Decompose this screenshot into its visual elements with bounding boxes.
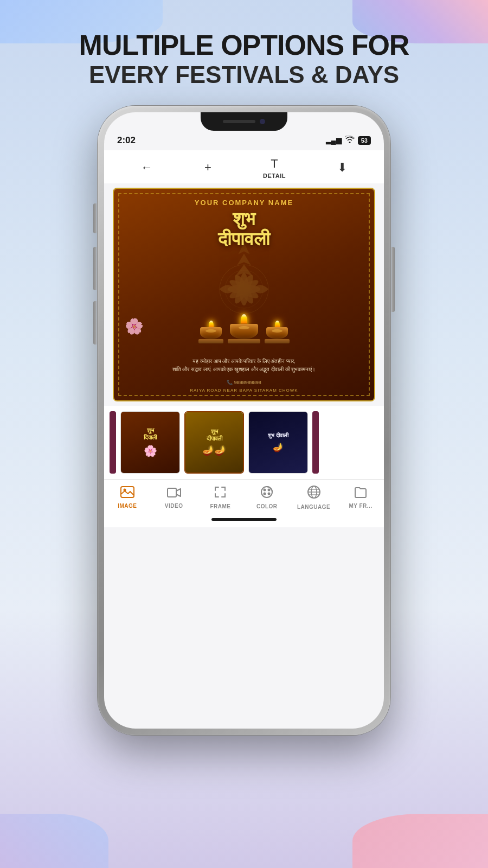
phone-wrapper: 2:02 ▂▄▆ 53 ←: [0, 106, 488, 735]
thumb-3-label: शुभ दीवाली: [268, 432, 288, 439]
lamp-base-center: [228, 339, 260, 343]
thumbnail-3[interactable]: शुभ दीवाली 🪔: [248, 411, 308, 474]
image-icon: [120, 486, 134, 501]
nav-item-language[interactable]: LANGUAGE: [297, 485, 330, 510]
svg-point-15: [264, 492, 266, 495]
phone-screen: 2:02 ▂▄▆ 53 ←: [104, 112, 384, 729]
lamp-body-left: [200, 327, 222, 339]
nav-item-video[interactable]: VIDEO: [158, 486, 190, 509]
wifi-icon: [345, 136, 355, 145]
color-label: COLOR: [256, 503, 278, 509]
header-line2: EVERY FESTIVALS & DAYS: [0, 61, 488, 90]
thumb-1-decoration: 🌸: [144, 444, 157, 457]
svg-point-14: [268, 488, 271, 491]
battery-indicator: 53: [358, 136, 371, 145]
home-indicator: [104, 512, 384, 527]
thumbnail-1[interactable]: शुभदिवाली 🌸: [120, 411, 180, 474]
video-label: VIDEO: [165, 503, 183, 509]
thumb-2-decoration: 🪔🪔: [202, 444, 226, 456]
phone-notch: [201, 112, 287, 131]
lamp-body-center: [230, 324, 258, 339]
phone-btn-vol-down: [93, 301, 97, 344]
strip-left-handle: [110, 411, 116, 474]
svg-point-16: [268, 492, 271, 495]
myfr-icon: [354, 486, 367, 501]
detail-label: DETAIL: [263, 173, 286, 179]
nav-item-frame[interactable]: FRAME: [204, 486, 236, 509]
lamp-body-right: [266, 327, 288, 339]
lamp-center: [228, 314, 260, 343]
bottom-navigation: IMAGE VIDEO: [104, 479, 384, 512]
bg-decoration-bottom-right: [352, 814, 488, 868]
phone-btn-vol-up: [93, 247, 97, 290]
myfr-label: MY FR...: [349, 503, 372, 509]
nav-item-color[interactable]: COLOR: [251, 486, 283, 509]
thumbnail-2[interactable]: शुभदीपावली 🪔🪔: [184, 411, 244, 474]
app-toolbar: ← + T DETAIL ⬇: [104, 150, 384, 183]
card-company-name: YOUR COMPANY NAME: [195, 199, 293, 207]
svg-point-13: [264, 488, 266, 491]
lamp-base-right: [265, 339, 290, 343]
card-address: RAIYA ROAD NEAR BAPA SITARAM CHOWK: [190, 388, 298, 393]
header-section: MULTIPLE OPTIONS FOR EVERY FESTIVALS & D…: [0, 0, 488, 106]
diwali-card: YOUR COMPANY NAME शुभ दीपावली 🌸: [114, 189, 374, 400]
language-icon: [307, 485, 321, 502]
back-button[interactable]: ←: [141, 161, 153, 175]
thumbnail-strip: शुभदिवाली 🌸 शुभदीपावली 🪔🪔 शुभ दीवाली: [104, 406, 384, 479]
notch-camera: [260, 119, 265, 124]
image-label: IMAGE: [118, 503, 137, 509]
thumb-1-label: शुभदिवाली: [144, 427, 157, 441]
language-label: LANGUAGE: [297, 504, 330, 510]
svg-rect-11: [168, 488, 176, 497]
add-icon: +: [204, 161, 211, 175]
status-icons: ▂▄▆ 53: [326, 136, 371, 145]
thumb-3-decoration: 🪔: [273, 442, 284, 452]
text-button[interactable]: T DETAIL: [263, 157, 286, 179]
thumb-2-label: शुभदीपावली: [207, 428, 222, 442]
flowers-decoration: 🌸: [125, 317, 144, 335]
card-phone-number: 📞 9898989898: [227, 380, 261, 385]
lamp-left: [198, 321, 223, 343]
thumb-bg-1: शुभदिवाली 🌸: [121, 412, 179, 473]
header-line1: MULTIPLE OPTIONS FOR: [0, 30, 488, 61]
frame-label: FRAME: [210, 503, 230, 509]
strip-right-handle: [312, 411, 319, 474]
download-button[interactable]: ⬇: [337, 161, 347, 175]
phone-icon: 📞: [227, 380, 234, 385]
status-time: 2:02: [117, 135, 136, 146]
bg-decoration-bottom-left: [0, 814, 108, 868]
notch-speaker: [223, 120, 255, 123]
back-icon: ←: [141, 161, 153, 175]
nav-item-myfr[interactable]: MY FR...: [344, 486, 377, 509]
add-button[interactable]: +: [204, 161, 211, 175]
phone-btn-power: [391, 247, 395, 312]
download-icon: ⬇: [337, 161, 347, 175]
lamp-base-left: [198, 339, 223, 343]
phone-btn-mute: [93, 203, 97, 233]
home-bar: [211, 518, 277, 521]
signal-icon: ▂▄▆: [326, 136, 342, 144]
color-icon: [260, 486, 273, 502]
nav-item-image[interactable]: IMAGE: [111, 486, 144, 509]
frame-icon: [214, 486, 227, 502]
phone-frame: 2:02 ▂▄▆ 53 ←: [98, 106, 390, 735]
thumb-bg-2: शुभदीपावली 🪔🪔: [185, 412, 243, 473]
thumb-bg-3: शुभ दीवाली 🪔: [249, 412, 307, 473]
card-blessing-text: यह त्योहार आप और आपके परिवार के लिए अंतह…: [114, 357, 374, 373]
video-icon: [167, 486, 181, 501]
lamp-right: [265, 321, 290, 343]
text-icon: T: [271, 157, 278, 171]
card-hindi-title: शुभ दीपावली: [218, 209, 270, 250]
lamps-row: [198, 314, 290, 343]
main-card-area: YOUR COMPANY NAME शुभ दीपावली 🌸: [113, 188, 375, 401]
